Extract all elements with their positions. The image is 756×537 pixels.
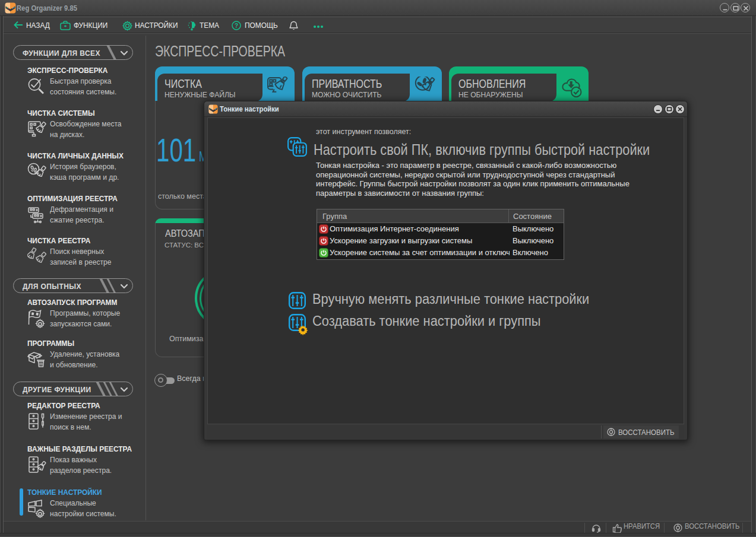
svg-text:?: ? bbox=[235, 23, 238, 29]
